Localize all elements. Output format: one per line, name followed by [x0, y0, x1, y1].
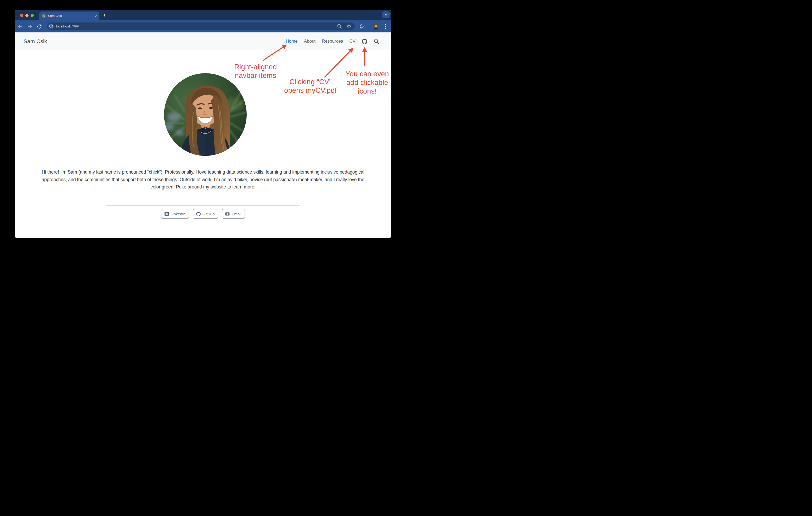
- section-divider: [106, 206, 300, 206]
- forward-arrow-icon: [27, 24, 32, 29]
- linkedin-label: LinkedIn: [171, 212, 185, 216]
- annotation-line: icons!: [341, 87, 392, 96]
- browser-profile-avatar[interactable]: [373, 23, 379, 30]
- linkedin-button[interactable]: in LinkedIn: [161, 209, 189, 218]
- annotation-line: Clicking “CV”: [274, 78, 347, 86]
- nav-item-home[interactable]: Home: [286, 39, 297, 44]
- annotation-cv: Clicking “CV” opens myCV.pdf: [274, 78, 347, 95]
- url-port: :7099: [70, 24, 79, 28]
- chevron-down-icon: [384, 13, 388, 17]
- github-icon: [362, 39, 367, 44]
- browser-menu-button[interactable]: [384, 20, 387, 32]
- tab-search-chevron-button[interactable]: [382, 11, 390, 18]
- profile-photo: [164, 73, 247, 156]
- email-button[interactable]: Email: [222, 209, 245, 218]
- globe-favicon-icon: [41, 14, 46, 18]
- email-label: Email: [232, 212, 241, 216]
- info-icon: [49, 24, 53, 28]
- kebab-dot: [385, 24, 386, 25]
- linkedin-icon: in: [165, 212, 169, 216]
- search-icon: [374, 38, 379, 44]
- annotation-icons: You can even add clickable icons!: [341, 70, 392, 96]
- web-page: Sam Csik Home About Resources CV: [14, 32, 392, 238]
- fullscreen-window-button[interactable]: [31, 14, 34, 17]
- navbar: Home About Resources CV: [286, 38, 379, 44]
- url-host: localhost: [56, 24, 70, 28]
- github-button[interactable]: GitHub: [193, 209, 218, 218]
- url-text: localhost:7099: [56, 24, 79, 28]
- zoom-icon[interactable]: [337, 24, 342, 29]
- reload-button[interactable]: [35, 20, 43, 32]
- email-icon: [225, 212, 230, 216]
- extensions-button[interactable]: [358, 20, 366, 32]
- svg-text:in: in: [166, 213, 168, 215]
- browser-window: Sam Csik × +: [14, 10, 392, 238]
- annotation-line: opens myCV.pdf: [274, 86, 347, 95]
- kebab-dot: [385, 26, 386, 27]
- bookmark-star-icon[interactable]: [346, 24, 352, 29]
- bio-paragraph: Hi there! I’m Sam (and my last name is p…: [14, 168, 392, 191]
- bio-line: approaches, and the communities that sup…: [14, 176, 392, 183]
- back-button[interactable]: [16, 20, 24, 32]
- kebab-dot: [385, 28, 386, 29]
- annotation-line: add clickable: [341, 79, 392, 87]
- nav-item-cv[interactable]: CV: [349, 39, 355, 44]
- tab-strip: Sam Csik × +: [14, 10, 392, 20]
- tab-title: Sam Csik: [48, 14, 94, 18]
- close-window-button[interactable]: [20, 14, 23, 17]
- forward-button[interactable]: [26, 20, 34, 32]
- nav-item-about[interactable]: About: [304, 39, 316, 44]
- site-title: Sam Csik: [24, 38, 47, 44]
- github-icon: [196, 212, 201, 216]
- browser-toolbar: localhost:7099: [14, 20, 392, 32]
- extensions-puzzle-icon: [359, 24, 365, 29]
- browser-tab[interactable]: Sam Csik ×: [39, 11, 99, 20]
- nav-github-link[interactable]: [362, 39, 367, 44]
- window-controls: [20, 14, 34, 17]
- minimize-window-button[interactable]: [25, 14, 29, 17]
- site-header: Sam Csik Home About Resources CV: [14, 32, 392, 50]
- bio-line: Hi there! I’m Sam (and my last name is p…: [14, 168, 392, 176]
- nav-search-button[interactable]: [374, 38, 379, 44]
- address-bar[interactable]: localhost:7099: [47, 23, 355, 30]
- site-info-button[interactable]: [48, 24, 54, 29]
- nav-item-resources[interactable]: Resources: [322, 39, 343, 44]
- avatar-photo: [373, 23, 379, 30]
- new-tab-button[interactable]: +: [101, 12, 108, 18]
- annotation-line: Right-aligned: [222, 63, 290, 71]
- annotation-line: You can even: [341, 70, 392, 79]
- bio-line: color green. Poke around my website to l…: [14, 183, 392, 191]
- social-links-row: in LinkedIn GitHub Email: [14, 209, 392, 218]
- tab-close-icon[interactable]: ×: [94, 14, 97, 18]
- toolbar-divider: [369, 24, 369, 29]
- github-label: GitHub: [202, 212, 215, 216]
- back-arrow-icon: [18, 24, 23, 29]
- reload-icon: [37, 24, 42, 29]
